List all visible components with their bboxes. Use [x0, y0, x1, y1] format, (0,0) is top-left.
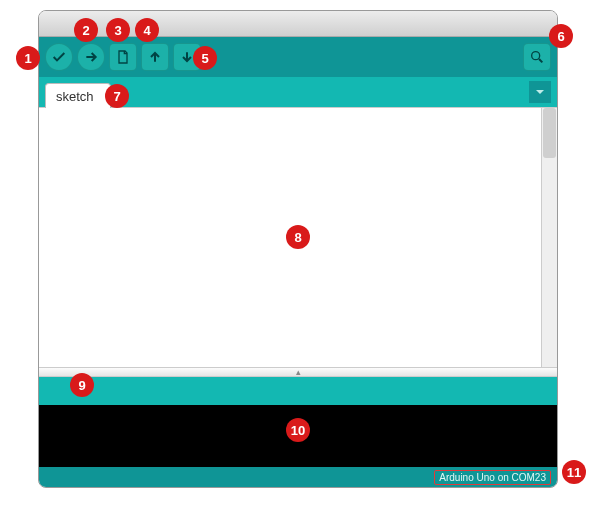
- ide-window: sketch ▴ Arduino Uno on COM23: [38, 10, 558, 488]
- scrollbar-thumb[interactable]: [543, 108, 556, 158]
- arrow-up-icon: [147, 49, 163, 65]
- arrow-right-icon: [83, 49, 99, 65]
- check-icon: [51, 49, 67, 65]
- splitter-grip-icon: ▴: [296, 367, 301, 377]
- new-button[interactable]: [109, 43, 137, 71]
- horizontal-splitter[interactable]: ▴: [39, 367, 557, 377]
- open-button[interactable]: [141, 43, 169, 71]
- toolbar: [39, 37, 557, 77]
- svg-point-0: [532, 52, 540, 60]
- board-port-label: Arduino Uno on COM23: [434, 470, 551, 485]
- verify-button[interactable]: [45, 43, 73, 71]
- callout-9: 9: [70, 373, 94, 397]
- callout-5: 5: [193, 46, 217, 70]
- footer-bar: Arduino Uno on COM23: [39, 467, 557, 487]
- vertical-scrollbar[interactable]: [541, 108, 557, 367]
- callout-4: 4: [135, 18, 159, 42]
- callout-7: 7: [105, 84, 129, 108]
- callout-6: 6: [549, 24, 573, 48]
- callout-2: 2: [74, 18, 98, 42]
- serial-monitor-button[interactable]: [523, 43, 551, 71]
- callout-1: 1: [16, 46, 40, 70]
- upload-button[interactable]: [77, 43, 105, 71]
- callout-8: 8: [286, 225, 310, 249]
- tab-menu-button[interactable]: [529, 81, 551, 103]
- magnifier-icon: [529, 49, 545, 65]
- callout-3: 3: [106, 18, 130, 42]
- tab-sketch[interactable]: sketch: [45, 83, 111, 108]
- tab-label: sketch: [56, 89, 94, 104]
- status-bar: [39, 377, 557, 405]
- file-icon: [115, 49, 131, 65]
- chevron-down-icon: [535, 87, 545, 97]
- callout-11: 11: [562, 460, 586, 484]
- callout-10: 10: [286, 418, 310, 442]
